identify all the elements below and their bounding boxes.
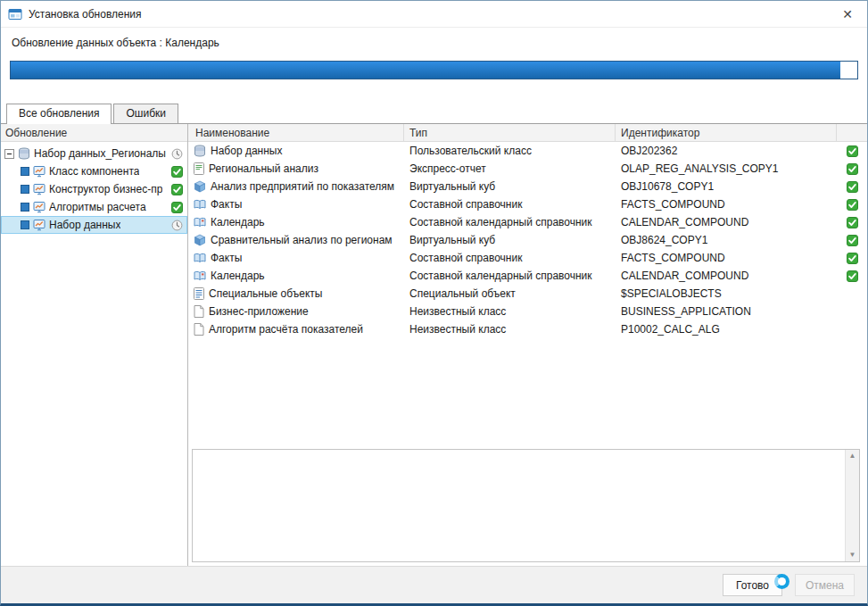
- tab-errors[interactable]: Ошибки: [113, 104, 178, 123]
- table-row[interactable]: Набор данныхПользовательский классOBJ202…: [188, 142, 867, 160]
- tree-item[interactable]: Класс компонента: [1, 162, 187, 180]
- tree-item-label: Конструктор бизнес-пр: [49, 183, 162, 195]
- progress-fill: [11, 62, 840, 79]
- done-button[interactable]: Готово: [723, 574, 782, 596]
- dataset-stack-icon: [194, 145, 206, 157]
- message-scrollbar[interactable]: [845, 450, 859, 561]
- table-row[interactable]: КалендарьСоставной календарный справочни…: [188, 213, 867, 231]
- check-icon: [847, 253, 858, 264]
- table-row[interactable]: Анализ предприятий по показателямВиртуал…: [188, 178, 867, 195]
- expand-minus-icon[interactable]: [4, 149, 14, 159]
- table-row[interactable]: Алгоритм расчёта показателейНеизвестный …: [188, 320, 867, 338]
- row-type: Составной справочник: [404, 198, 616, 211]
- row-status: [837, 253, 867, 264]
- cancel-button: Отмена: [795, 574, 855, 596]
- column-header-type[interactable]: Тип: [404, 124, 616, 141]
- tree-item-label: Набор данных: [49, 219, 120, 231]
- component-icon: [33, 219, 45, 231]
- row-name: Набор данных: [211, 145, 282, 157]
- row-name: Календарь: [211, 216, 265, 228]
- tree-item[interactable]: Алгоритмы расчета: [1, 198, 187, 216]
- main-area: Обновление Набор данных_РегионалыКласс к…: [1, 124, 867, 566]
- check-icon: [171, 166, 183, 178]
- row-id: OBJ8624_COPY1: [616, 234, 837, 246]
- row-id: FACTS_COMPOUND: [616, 252, 837, 264]
- row-id: OBJ202362: [616, 145, 837, 157]
- check-icon: [171, 184, 183, 195]
- row-type: Специальный объект: [404, 287, 616, 300]
- row-id: BUSINESS_APPLICATION: [616, 305, 837, 318]
- close-button[interactable]: ✕: [828, 1, 867, 27]
- tree-column-header: Обновление: [1, 124, 187, 142]
- component-icon: [33, 165, 45, 178]
- scroll-up-icon[interactable]: [849, 452, 856, 461]
- row-status: [837, 145, 867, 157]
- app-icon: [8, 7, 22, 21]
- table-row[interactable]: ФактыСоставной справочникFACTS_COMPOUND: [188, 249, 867, 267]
- row-id: P10002_CALC_ALG: [616, 323, 837, 336]
- table-rows: Набор данныхПользовательский классOBJ202…: [188, 142, 867, 445]
- row-id: OLAP_REG_ANALYSIS_COPY1: [616, 162, 837, 175]
- row-id: CALENDAR_COMPOUND: [616, 270, 837, 282]
- status-label: Обновление данных объекта : Календарь: [12, 37, 856, 49]
- row-id: OBJ10678_COPY1: [616, 180, 837, 193]
- cube-icon: [194, 180, 206, 193]
- table-row[interactable]: Сравнительный анализ по регионамВиртуаль…: [188, 231, 867, 249]
- row-status: [837, 181, 867, 193]
- blue-box-icon: [21, 167, 29, 176]
- row-id: FACTS_COMPOUND: [616, 198, 837, 211]
- cube-icon: [194, 234, 206, 246]
- tree-item[interactable]: Конструктор бизнес-пр: [1, 180, 187, 198]
- row-name: Специальные объекты: [209, 287, 322, 300]
- message-area[interactable]: [192, 449, 860, 562]
- row-name: Факты: [211, 252, 242, 264]
- row-name: Факты: [211, 198, 242, 211]
- check-icon: [847, 181, 858, 193]
- table-row[interactable]: ФактыСоставной справочникFACTS_COMPOUND: [188, 195, 867, 213]
- tree-item[interactable]: Набор данных_Регионалы: [1, 145, 187, 162]
- objects-panel: Наименование Тип Идентификатор Набор дан…: [188, 124, 867, 566]
- blue-box-icon: [21, 185, 29, 194]
- scroll-down-icon[interactable]: [849, 551, 856, 560]
- calendar-icon: [194, 270, 206, 282]
- row-status: [837, 270, 867, 282]
- row-name: Сравнительный анализ по регионам: [211, 234, 393, 246]
- row-type: Составной справочник: [404, 252, 616, 264]
- calendar-icon: [194, 216, 206, 228]
- row-type: Экспресс-отчет: [404, 162, 616, 175]
- row-type: Составной календарный справочник: [404, 216, 616, 228]
- check-icon: [847, 163, 858, 175]
- tab-all-updates[interactable]: Все обновления: [6, 104, 112, 124]
- check-icon: [171, 202, 183, 213]
- column-header-id[interactable]: Идентификатор: [616, 124, 837, 141]
- row-type: Виртуальный куб: [404, 234, 616, 246]
- table-row[interactable]: Региональный анализЭкспресс-отчетOLAP_RE…: [188, 160, 867, 178]
- row-status: [837, 199, 867, 211]
- check-icon: [847, 199, 858, 211]
- column-header-name[interactable]: Наименование: [188, 124, 404, 141]
- page-icon: [194, 323, 204, 336]
- column-header-status: [837, 124, 867, 141]
- blue-box-icon: [21, 203, 29, 212]
- book-icon: [194, 252, 206, 264]
- titlebar[interactable]: Установка обновления ✕: [1, 1, 867, 28]
- table-row[interactable]: Бизнес-приложениеНеизвестный классBUSINE…: [188, 303, 867, 320]
- check-icon: [847, 145, 858, 157]
- tree-item-label: Алгоритмы расчета: [49, 201, 146, 213]
- row-name: Алгоритм расчёта показателей: [209, 323, 363, 336]
- table-header: Наименование Тип Идентификатор: [188, 124, 867, 142]
- update-tree-panel: Обновление Набор данных_РегионалыКласс к…: [1, 124, 188, 566]
- special-doc-icon: [194, 287, 204, 300]
- tree: Набор данных_РегионалыКласс компонентаКо…: [1, 142, 187, 566]
- row-status: [837, 217, 867, 228]
- row-type: Неизвестный класс: [404, 305, 616, 318]
- row-id: CALENDAR_COMPOUND: [616, 216, 837, 228]
- table-row[interactable]: КалендарьСоставной календарный справочни…: [188, 267, 867, 285]
- book-icon: [194, 198, 206, 211]
- check-icon: [847, 217, 858, 228]
- report-icon: [194, 162, 204, 175]
- tree-item[interactable]: Набор данных: [1, 216, 187, 234]
- row-type: Пользовательский класс: [404, 145, 616, 157]
- component-icon: [33, 183, 45, 195]
- table-row[interactable]: Специальные объектыСпециальный объект$SP…: [188, 285, 867, 303]
